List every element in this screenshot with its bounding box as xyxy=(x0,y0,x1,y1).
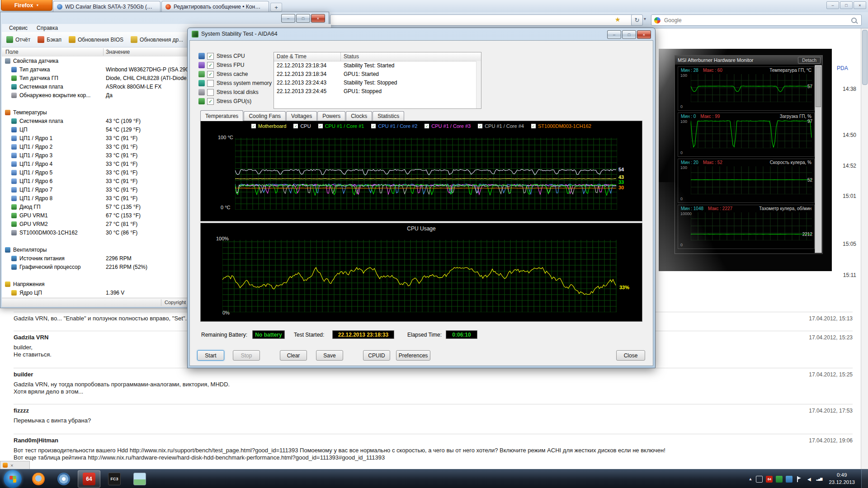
close-button[interactable]: × xyxy=(637,30,651,39)
log-col-date[interactable]: Date & Time xyxy=(274,52,341,61)
tray-up-arrow-icon[interactable]: ▲ xyxy=(749,477,753,481)
menu-service[interactable]: Сервис xyxy=(5,24,31,32)
stress-option[interactable]: ✓Stress cache xyxy=(198,70,275,79)
close-button[interactable]: × xyxy=(311,14,325,23)
maximize-button[interactable]: □ xyxy=(622,30,636,39)
minimize-button[interactable]: – xyxy=(281,14,295,23)
legend-item[interactable]: ✓CPU #1 / Core #3 xyxy=(425,123,471,129)
tab-voltages[interactable]: Voltages xyxy=(286,111,317,121)
tray-flag-icon[interactable] xyxy=(796,476,802,483)
start-button[interactable]: Start xyxy=(197,350,224,361)
browser-tab-2[interactable]: Редактировать сообщение • Конфе... xyxy=(161,1,269,12)
tray-network-icon[interactable]: ▂▄▆ xyxy=(816,476,822,483)
checkbox-checked[interactable]: ✓ xyxy=(207,71,214,78)
aida64-titlebar[interactable]: – □ × xyxy=(0,12,329,24)
taskbar-item-aida64[interactable]: 64 xyxy=(78,470,100,488)
scrollbar-thumb[interactable] xyxy=(862,30,868,85)
legend-item[interactable]: ✓ST1000DM003-1CH162 xyxy=(531,123,591,129)
tray-monitor-blue-icon[interactable] xyxy=(786,476,793,483)
tray-aida-icon[interactable]: 64 xyxy=(766,476,773,483)
taskbar-clock[interactable]: 0:49 23.12.2013 xyxy=(826,472,858,486)
log-row[interactable]: 22.12.2013 23:24:43Stability Test: Stopp… xyxy=(274,79,481,87)
menu-help[interactable]: Справка xyxy=(33,24,61,32)
column-value[interactable]: Значение xyxy=(106,49,130,55)
stress-option[interactable]: ✓Stress FPU xyxy=(198,61,275,70)
legend-checkbox[interactable]: ✓ xyxy=(293,124,298,128)
tray-calendar-icon[interactable] xyxy=(756,476,763,483)
taskbar-item-fc3[interactable]: FC3 xyxy=(103,470,126,488)
browser-tab-1[interactable]: WD Caviar Black SATA-3 750Gb (WD7... xyxy=(53,1,160,12)
toolbar-bios-updates-button[interactable]: Обновления BIOS xyxy=(69,36,123,43)
legend-item[interactable]: ✓CPU #1 / Core #1 xyxy=(318,123,364,129)
maximize-button[interactable]: □ xyxy=(840,1,853,9)
post-author[interactable]: Gadzila VRN xyxy=(14,334,48,341)
search-box[interactable] xyxy=(651,14,862,26)
tray-monitor-green-icon[interactable] xyxy=(776,476,783,483)
search-icon[interactable] xyxy=(851,18,857,23)
checkbox-unchecked[interactable] xyxy=(207,80,214,87)
bookmark-star-icon[interactable]: ★ xyxy=(615,16,621,23)
tray-volume-icon[interactable]: ◀ xyxy=(806,476,812,483)
pda-link[interactable]: PDA xyxy=(837,65,848,71)
taskbar-item-media[interactable] xyxy=(52,470,75,488)
log-scrollbar[interactable] xyxy=(476,61,481,108)
stress-option[interactable]: Stress system memory xyxy=(198,79,275,88)
close-button[interactable]: Close xyxy=(616,350,645,361)
tab-powers[interactable]: Powers xyxy=(317,111,345,121)
reload-icon[interactable]: ↻ xyxy=(631,14,643,26)
maximize-button[interactable]: □ xyxy=(296,14,310,23)
scrollbar-thumb[interactable] xyxy=(816,66,821,107)
bookmarks-dropdown-icon[interactable]: ▾ xyxy=(644,16,646,21)
minimize-button[interactable]: – xyxy=(826,1,839,9)
legend-checkbox[interactable]: ✓ xyxy=(371,124,376,128)
stress-option[interactable]: ✓Stress CPU xyxy=(198,52,275,61)
checkbox-checked[interactable]: ✓ xyxy=(207,98,214,105)
toolbar-report-button[interactable]: Отчёт xyxy=(6,36,30,43)
tab-clocks[interactable]: Clocks xyxy=(346,111,372,121)
toolbar-driver-updates-button[interactable]: Обновления др... xyxy=(131,36,183,43)
legend-item[interactable]: ✓CPU #1 / Core #4 xyxy=(478,123,524,129)
stress-option[interactable]: ✓Stress GPU(s) xyxy=(198,97,275,106)
show-desktop-button[interactable] xyxy=(861,469,868,488)
legend-item[interactable]: ✓CPU xyxy=(293,123,311,129)
log-col-status[interactable]: Status xyxy=(341,52,481,61)
page-scrollbar[interactable] xyxy=(861,28,868,469)
post-author[interactable]: Rand0m|Hitman xyxy=(14,437,58,444)
afterburner-titlebar[interactable]: MSI Afterburner Hardware Monitor Detach xyxy=(675,56,822,65)
preferences-button[interactable]: Preferences xyxy=(396,350,430,361)
close-button[interactable]: × xyxy=(854,1,866,9)
start-button[interactable] xyxy=(4,470,22,488)
legend-checkbox[interactable]: ✓ xyxy=(318,124,323,128)
legend-item[interactable]: ✓Motherboard xyxy=(251,123,286,129)
legend-checkbox[interactable]: ✓ xyxy=(478,124,482,128)
close-addon-bar-icon[interactable]: × xyxy=(10,463,13,468)
legend-checkbox[interactable]: ✓ xyxy=(531,124,536,128)
detach-button[interactable]: Detach xyxy=(798,57,821,64)
legend-checkbox[interactable]: ✓ xyxy=(425,124,429,128)
stress-option[interactable]: Stress local disks xyxy=(198,88,275,97)
log-row[interactable]: 22.12.2013 23:24:45GPU1: Stopped xyxy=(274,87,481,96)
new-tab-button[interactable]: + xyxy=(270,3,282,12)
url-bar[interactable] xyxy=(330,14,642,26)
search-input[interactable] xyxy=(663,17,849,24)
column-field[interactable]: Поле xyxy=(5,49,19,55)
cpuid-button[interactable]: CPUID xyxy=(363,350,390,361)
tab-statistics[interactable]: Statistics xyxy=(373,111,404,121)
taskbar-item-firefox[interactable] xyxy=(27,470,50,488)
legend-item[interactable]: ✓CPU #1 / Core #2 xyxy=(371,123,417,129)
checkbox-checked[interactable]: ✓ xyxy=(207,53,214,60)
tab-cooling-fans[interactable]: Cooling Fans xyxy=(244,111,286,121)
taskbar-item-viewer[interactable] xyxy=(128,470,151,488)
save-button[interactable]: Save xyxy=(316,350,343,361)
minimize-button[interactable]: – xyxy=(607,30,621,39)
toolbar-backup-button[interactable]: Бэкап xyxy=(38,36,61,43)
checkbox-unchecked[interactable] xyxy=(207,89,214,96)
post-author[interactable]: fizzzz xyxy=(14,407,29,414)
log-row[interactable]: 22.12.2013 23:18:34Stability Test: Start… xyxy=(274,61,481,70)
firefox-menu-button[interactable]: Firefox ▼ xyxy=(1,0,52,11)
post-author[interactable]: builder xyxy=(14,371,33,378)
afterburner-scrollbar[interactable] xyxy=(815,65,822,253)
checkbox-checked[interactable]: ✓ xyxy=(207,62,214,69)
legend-checkbox[interactable]: ✓ xyxy=(251,124,256,128)
tab-temperatures[interactable]: Temperatures xyxy=(200,110,243,121)
